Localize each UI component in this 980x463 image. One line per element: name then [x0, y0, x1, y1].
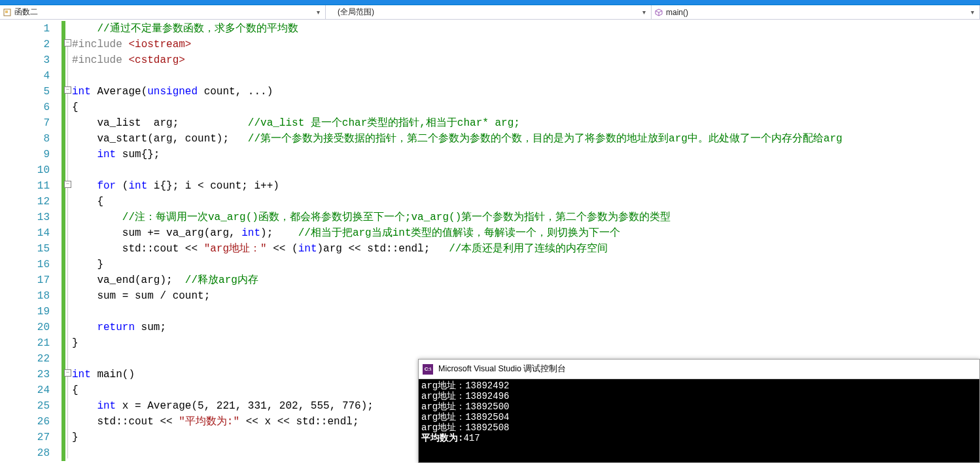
line-number: 25 — [0, 398, 50, 414]
fold-toggle-for[interactable]: − — [64, 181, 71, 188]
window-top-accent — [0, 0, 980, 5]
line-number: 11 — [0, 178, 50, 194]
console-line: 平均数为:417 — [421, 433, 977, 443]
code-line: return sum; — [72, 320, 980, 335]
line-number: 12 — [0, 194, 50, 210]
code-line — [72, 162, 980, 178]
code-line: { — [72, 100, 980, 115]
console-titlebar[interactable]: C:\ Microsoft Visual Studio 调试控制台 — [419, 360, 979, 379]
line-number: 3 — [0, 52, 50, 68]
console-line: arg地址：13892500 — [421, 401, 977, 412]
line-number-gutter: 1234567891011121314151617181920212223242… — [0, 20, 61, 463]
code-line: { — [72, 194, 980, 210]
line-number: 16 — [0, 257, 50, 272]
line-number: 1 — [0, 21, 50, 37]
console-title: Microsoft Visual Studio 调试控制台 — [438, 363, 566, 375]
fold-column[interactable]: − − − − — [65, 20, 72, 463]
line-number: 14 — [0, 225, 50, 241]
console-line: arg地址：13892492 — [421, 380, 977, 391]
line-number: 24 — [0, 382, 50, 398]
line-number: 8 — [0, 131, 50, 147]
chevron-down-icon: ▾ — [639, 9, 648, 16]
console-line: arg地址：13892504 — [421, 412, 977, 422]
line-number: 15 — [0, 241, 50, 257]
line-number: 17 — [0, 272, 50, 288]
code-line: #include <iostream> — [72, 37, 980, 52]
code-line: } — [72, 335, 980, 351]
line-number: 10 — [0, 162, 50, 178]
project-dropdown[interactable]: 函数二 ▾ — [0, 5, 326, 19]
line-number: 18 — [0, 288, 50, 304]
line-number: 2 — [0, 37, 50, 52]
code-line: //注：每调用一次va_arg()函数，都会将参数切换至下一个;va_arg()… — [72, 210, 980, 225]
console-line: arg地址：13892508 — [421, 422, 977, 433]
line-number: 9 — [0, 147, 50, 162]
code-line: sum += va_arg(arg, int); //相当于把arg当成int类… — [72, 225, 980, 241]
code-line: std::cout << "arg地址：" << (int)arg << std… — [72, 241, 980, 257]
cube-icon — [654, 8, 663, 17]
console-output: arg地址：13892492arg地址：13892496arg地址：138925… — [419, 379, 979, 445]
scope-dropdown-label: (全局范围) — [338, 7, 639, 18]
code-line: sum = sum / count; — [72, 288, 980, 304]
code-line: va_end(arg); //释放arg内存 — [72, 272, 980, 288]
scope-dropdown[interactable]: (全局范围) ▾ — [326, 5, 652, 19]
code-line: #include <cstdarg> — [72, 52, 980, 68]
fold-toggle-average[interactable]: − — [64, 86, 71, 94]
fold-toggle-include[interactable]: − — [64, 39, 71, 46]
line-number: 23 — [0, 367, 50, 382]
line-number: 7 — [0, 115, 50, 131]
vs-console-icon: C:\ — [423, 364, 433, 375]
line-number: 22 — [0, 351, 50, 367]
code-line — [72, 68, 980, 84]
code-line: int Average(unsigned count, ...) — [72, 84, 980, 100]
navigation-bar: 函数二 ▾ (全局范围) ▾ main() ▾ — [0, 5, 980, 20]
code-line: va_list arg; //va_list 是一个char类型的指针,相当于c… — [72, 115, 980, 131]
svg-rect-1 — [5, 10, 8, 13]
line-number: 21 — [0, 335, 50, 351]
line-number: 27 — [0, 430, 50, 445]
debug-console-window[interactable]: C:\ Microsoft Visual Studio 调试控制台 arg地址：… — [418, 359, 980, 463]
console-line: arg地址：13892496 — [421, 391, 977, 401]
line-number: 4 — [0, 68, 50, 84]
chevron-down-icon: ▾ — [968, 9, 977, 16]
project-dropdown-label: 函数二 — [14, 7, 313, 18]
function-dropdown[interactable]: main() ▾ — [652, 5, 980, 19]
line-number: 28 — [0, 445, 50, 461]
line-number: 20 — [0, 320, 50, 335]
code-line: } — [72, 257, 980, 272]
code-line: int sum{}; — [72, 147, 980, 162]
line-number: 19 — [0, 304, 50, 320]
code-line — [72, 304, 980, 320]
code-line: va_start(arg, count); //第一个参数为接受数据的指针，第二… — [72, 131, 980, 147]
class-icon — [3, 8, 12, 17]
line-number: 26 — [0, 414, 50, 430]
line-number: 6 — [0, 100, 50, 115]
line-number: 5 — [0, 84, 50, 100]
function-dropdown-label: main() — [666, 8, 968, 17]
code-line: //通过不定量参数函数，求多个数的平均数 — [72, 21, 980, 37]
code-line: for (int i{}; i < count; i++) — [72, 178, 980, 194]
fold-toggle-main[interactable]: − — [64, 369, 71, 377]
chevron-down-icon: ▾ — [313, 9, 323, 16]
line-number: 13 — [0, 210, 50, 225]
